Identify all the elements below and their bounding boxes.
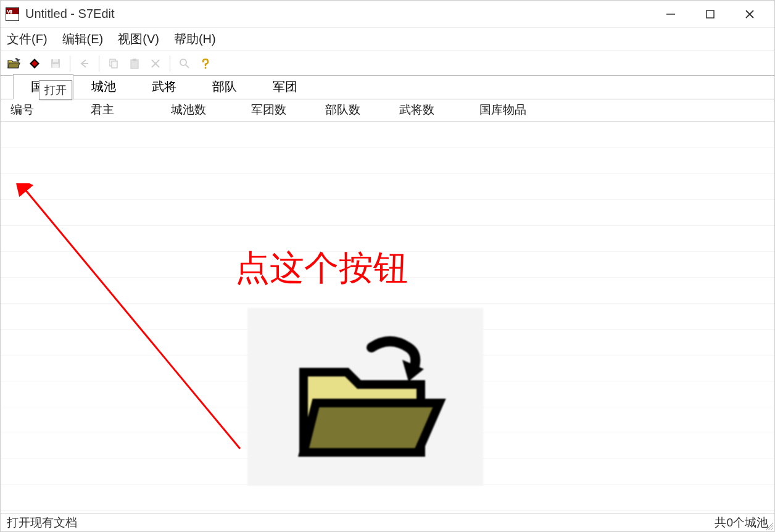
svg-line-16 [768,525,773,530]
column-generals[interactable]: 武将数 [389,99,470,121]
open-button[interactable] [4,54,23,73]
search-button [175,54,194,73]
column-troops[interactable]: 部队数 [315,99,389,121]
maximize-icon [705,9,716,20]
paste-button [125,54,144,73]
diamond-icon [28,57,41,70]
back-button [75,54,94,73]
annotation-icon-preview [247,308,483,486]
toolbar [1,51,774,76]
svg-rect-5 [53,59,58,62]
statusbar: 打开现有文档 共0个城池 [1,513,774,531]
menu-file[interactable]: 文件(F) [7,31,48,48]
svg-point-11 [180,59,186,65]
column-lord[interactable]: 君主 [81,99,161,121]
minimize-icon [665,9,676,20]
maximize-button[interactable] [698,5,723,23]
table-header: 编号 君主 城池数 军团数 部队数 武将数 国库物品 [1,99,774,122]
tab-general[interactable]: 武将 [134,74,194,99]
toolbar-separator [170,56,170,72]
toolbar-separator [99,56,99,72]
menu-help[interactable]: 帮助(H) [174,31,216,48]
save-icon [49,57,62,70]
window-title: Untitled - S7Edit [25,7,658,21]
svg-rect-10 [133,59,136,61]
svg-rect-6 [52,64,59,68]
search-icon [178,57,191,70]
copy-button [104,54,123,73]
main-window: Untitled - S7Edit 文件(F) 编辑(E) 视图(V) 帮助(H… [0,0,775,532]
svg-rect-8 [112,61,117,68]
menu-view[interactable]: 视图(V) [118,31,159,48]
svg-line-14 [24,188,240,449]
open-folder-large-icon [279,323,452,471]
column-cities[interactable]: 城池数 [161,99,241,121]
tab-corps[interactable]: 军团 [255,74,315,99]
save-button [46,54,65,73]
column-treasury[interactable]: 国库物品 [470,99,556,121]
open-tooltip: 打开 [39,80,72,100]
resize-grip-icon[interactable] [763,520,773,530]
status-right: 共0个城池 [715,515,768,531]
toolbar-separator [70,56,70,72]
titlebar: Untitled - S7Edit [1,1,774,28]
menu-edit[interactable]: 编辑(E) [62,31,104,48]
svg-line-12 [186,65,189,68]
open-folder-icon [6,56,21,71]
help-icon [199,57,212,70]
tabs: 国家 城池 武将 部队 军团 打开 [1,76,774,99]
tab-troop[interactable]: 部队 [194,74,255,99]
annotation-arrow [12,183,259,455]
svg-rect-9 [131,60,138,69]
minimize-button[interactable] [658,5,683,23]
app-icon [6,7,19,21]
arrow-left-icon [78,57,91,70]
close-icon [744,9,755,20]
table-body: 点这个按钮 [1,122,774,513]
svg-line-17 [771,528,773,530]
help-button[interactable] [196,54,215,73]
window-controls [658,5,769,23]
close-button[interactable] [737,5,762,23]
column-id[interactable]: 编号 [1,99,81,121]
status-left: 打开现有文档 [7,515,77,531]
copy-icon [107,57,120,70]
paste-icon [128,57,141,70]
delete-button [146,54,165,73]
tool-diamond-button[interactable] [25,54,44,73]
column-corps[interactable]: 军团数 [241,99,315,121]
tab-city[interactable]: 城池 [73,74,134,99]
svg-point-13 [205,67,207,69]
x-icon [149,57,162,70]
menubar: 文件(F) 编辑(E) 视图(V) 帮助(H) [1,28,774,51]
annotation-label: 点这个按钮 [235,245,408,292]
svg-rect-1 [707,10,714,18]
